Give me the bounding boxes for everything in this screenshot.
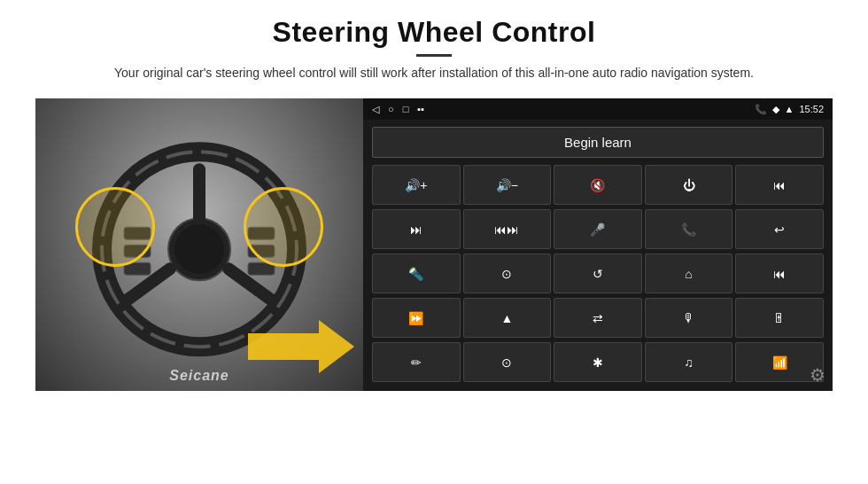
- prev-button[interactable]: ⏮: [735, 254, 824, 293]
- watermark: Seicane: [169, 368, 229, 384]
- title-section: Steering Wheel Control Your original car…: [114, 16, 754, 93]
- content-area: Seicane ◁ ○ □ ▪▪ 📞 ◆ ▲ 15:52: [35, 98, 833, 391]
- bluetooth-button[interactable]: ✱: [554, 342, 642, 382]
- steering-bg: Seicane: [35, 98, 363, 391]
- record-button[interactable]: 🎙: [645, 298, 733, 338]
- vol-up-button[interactable]: 🔊+: [372, 165, 461, 205]
- play-pause-button[interactable]: ⏮⏭: [463, 209, 552, 249]
- begin-learn-row: Begin learn: [363, 120, 833, 165]
- 360-view-button[interactable]: ⊙: [463, 254, 552, 293]
- vol-down-button[interactable]: 🔊−: [463, 165, 552, 205]
- page-title: Steering Wheel Control: [114, 16, 754, 49]
- begin-learn-button[interactable]: Begin learn: [372, 127, 824, 158]
- controls-grid: 🔊+🔊−🔇⏻⏮⏭⏮⏭🎤📞↩🔦⊙↺⌂⏮⏩▲⇄🎙🎚✏⊙✱♫📶: [363, 165, 833, 391]
- time-display: 15:52: [799, 104, 824, 114]
- android-panel: ◁ ○ □ ▪▪ 📞 ◆ ▲ 15:52 Begin learn 🔊+🔊−🔇⏻⏮…: [363, 98, 833, 391]
- title-divider: [416, 54, 452, 57]
- answer-button[interactable]: 📞: [645, 209, 733, 249]
- signal-icon: ▪▪: [417, 104, 424, 115]
- home-button[interactable]: ⌂: [645, 254, 733, 293]
- phone-status-icon: 📞: [755, 104, 767, 115]
- back-button[interactable]: ↺: [554, 254, 642, 293]
- svg-marker-13: [248, 320, 354, 373]
- signal-status-icon: ▲: [785, 104, 794, 114]
- steering-wheel-image: Seicane: [35, 98, 363, 391]
- status-bar: ◁ ○ □ ▪▪ 📞 ◆ ▲ 15:52: [363, 98, 833, 120]
- highlight-circle-right: [244, 187, 323, 267]
- status-right: 📞 ◆ ▲ 15:52: [755, 104, 824, 115]
- wifi-status-icon: ◆: [772, 104, 779, 115]
- status-left: ◁ ○ □ ▪▪: [372, 104, 424, 115]
- home-icon: ○: [388, 104, 394, 115]
- recent-icon: □: [403, 104, 409, 115]
- highlight-circle-left: [75, 187, 155, 267]
- arrow-svg: [248, 320, 354, 373]
- svg-point-6: [174, 224, 224, 274]
- gear-icon[interactable]: ⚙: [810, 364, 825, 386]
- back-icon: ◁: [372, 104, 379, 115]
- hangup-button[interactable]: ↩: [735, 209, 824, 249]
- music-button[interactable]: ♫: [645, 342, 733, 382]
- power-button[interactable]: ⏻: [645, 165, 733, 205]
- light-button[interactable]: 🔦: [372, 254, 461, 293]
- sliders-button[interactable]: 🎚: [735, 298, 824, 338]
- subtitle: Your original car's steering wheel contr…: [114, 64, 754, 82]
- edit-button[interactable]: ✏: [372, 342, 461, 382]
- circle-button[interactable]: ⊙: [463, 342, 552, 382]
- navigate-button[interactable]: ▲: [463, 298, 552, 338]
- mic-button[interactable]: 🎤: [554, 209, 642, 249]
- switch-button[interactable]: ⇄: [554, 298, 642, 338]
- prev-far-button[interactable]: ⏮: [735, 165, 824, 205]
- ff-button[interactable]: ⏩: [372, 298, 461, 338]
- next-button[interactable]: ⏭: [372, 209, 461, 249]
- page-container: Steering Wheel Control Your original car…: [0, 0, 868, 484]
- mute-button[interactable]: 🔇: [554, 165, 642, 205]
